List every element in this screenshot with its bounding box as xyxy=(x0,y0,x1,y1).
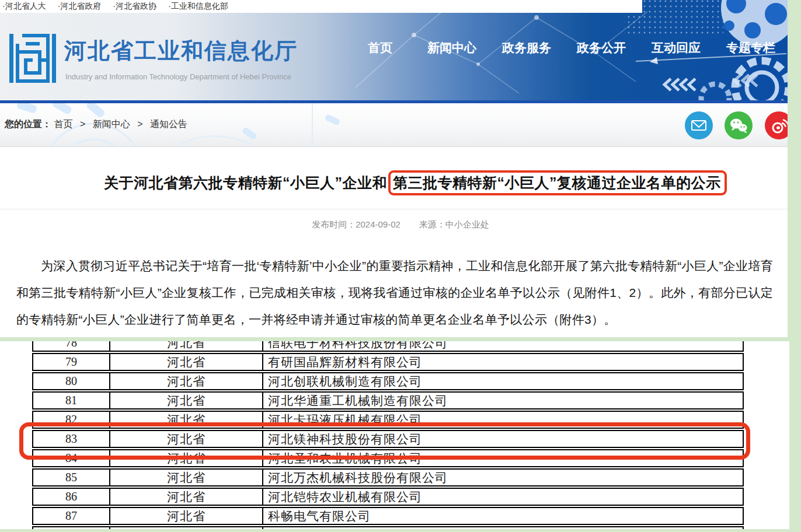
wechat-share-button[interactable] xyxy=(725,111,753,139)
breadcrumb-separator: > xyxy=(80,119,85,129)
region-cell: 河北省 xyxy=(109,470,262,485)
table-row-87: 87 河北省 科畅电气有限公司 xyxy=(32,508,744,527)
table-row-partial xyxy=(32,527,744,529)
mail-share-button[interactable] xyxy=(685,111,713,139)
weibo-icon xyxy=(770,117,788,134)
nav-item-news[interactable]: 新闻中心 xyxy=(427,40,476,56)
row-number-cell xyxy=(32,527,109,529)
nav-item-topics[interactable]: 专题专栏 xyxy=(726,40,775,56)
site-subtitle: Industry and Information Technology Depa… xyxy=(65,72,291,81)
company-cell: 科畅电气有限公司 xyxy=(262,508,744,524)
table-row-85: 85 河北省 河北万杰机械科技股份有限公司 xyxy=(32,470,744,489)
row-number-cell: 81 xyxy=(32,393,109,408)
table-row-80: 80 河北省 河北创联机械制造有限公司 xyxy=(32,373,744,393)
region-cell xyxy=(109,527,262,529)
row-number-cell: 80 xyxy=(32,373,109,389)
row-number-cell: 85 xyxy=(32,470,109,485)
nav-item-interaction[interactable]: 互动回应 xyxy=(652,40,701,56)
title-divider xyxy=(0,209,788,209)
region-cell: 河北省 xyxy=(109,508,262,524)
main-content-panel: 河北省工业和信息化厅 Industry and Information Tech… xyxy=(0,0,788,337)
top-links-bar: ·河北省人大 ·河北省政府 ·河北省政协 ·工业和信息化部 xyxy=(0,0,642,13)
breadcrumb-news-center[interactable]: 新闻中心 xyxy=(93,119,130,129)
hebei-miit-logo-icon xyxy=(9,29,56,88)
region-cell: 河北省 xyxy=(109,373,262,389)
company-table-panel: 78 河北省 信联电子材料科技股份有限公司 79 河北省 有研国晶辉新材料有限公… xyxy=(0,341,789,529)
site-title: 河北省工业和信息化厅 xyxy=(64,36,298,66)
row-number-cell: 79 xyxy=(32,354,109,370)
top-link-zhengfu[interactable]: ·河北省政府 xyxy=(58,1,102,12)
table-row-79: 79 河北省 有研国晶辉新材料有限公司 xyxy=(32,354,744,373)
row-number-cell: 78 xyxy=(32,341,109,351)
company-cell: 河北铠特农业机械有限公司 xyxy=(262,489,744,505)
header-banner: 河北省工业和信息化厅 Industry and Information Tech… xyxy=(0,0,788,100)
region-cell: 河北省 xyxy=(109,354,262,370)
region-cell: 河北省 xyxy=(109,341,262,351)
source-value: 中小企业处 xyxy=(445,219,489,229)
row-number-cell: 87 xyxy=(32,508,109,524)
breadcrumb-bar: 您的位置： 首页 > 新闻中心 > 通知公告 xyxy=(0,103,788,147)
company-cell: 河北创联机械制造有限公司 xyxy=(262,373,744,389)
company-cell: 有研国晶辉新材料有限公司 xyxy=(262,354,744,370)
table-row-81: 81 河北省 河北华通重工机械制造有限公司 xyxy=(32,393,744,412)
company-cell: 河北万杰机械科技股份有限公司 xyxy=(262,470,744,485)
company-cell: 信联电子材料科技股份有限公司 xyxy=(262,341,744,351)
region-cell: 河北省 xyxy=(109,393,262,408)
article-paragraph: 为深入贯彻习近平总书记关于“培育一批‘专精特新’中小企业”的重要指示精神，工业和… xyxy=(16,253,773,333)
wechat-icon xyxy=(729,117,748,134)
breadcrumb-label: 您的位置： xyxy=(5,119,51,129)
main-nav: 首页 新闻中心 政务服务 政务公开 互动回应 专题专栏 xyxy=(368,40,775,56)
breadcrumb-separator: > xyxy=(137,119,142,129)
breadcrumb-home[interactable]: 首页 xyxy=(54,119,72,129)
breadcrumb: 您的位置： 首页 > 新闻中心 > 通知公告 xyxy=(5,118,187,131)
row-number-cell: 86 xyxy=(32,489,109,505)
nav-item-home[interactable]: 首页 xyxy=(368,40,392,56)
top-link-zhengxie[interactable]: ·河北省政协 xyxy=(113,1,156,12)
title-highlight-box: 第三批专精特新“小巨人”复核通过企业名单的公示 xyxy=(388,170,727,195)
table-row-78: 78 河北省 信联电子材料科技股份有限公司 xyxy=(32,341,744,354)
nav-item-disclosure[interactable]: 政务公开 xyxy=(577,40,626,56)
publish-date: 2024-09-02 xyxy=(356,219,401,229)
source-label: 来源： xyxy=(419,219,445,229)
nav-item-services[interactable]: 政务服务 xyxy=(502,40,551,56)
top-link-miit[interactable]: ·工业和信息化部 xyxy=(168,1,228,12)
row-83-highlight-box xyxy=(19,422,750,460)
company-cell: 河北华通重工机械制造有限公司 xyxy=(262,393,744,408)
mail-icon xyxy=(691,118,707,132)
top-link-renda[interactable]: ·河北省人大 xyxy=(2,1,46,12)
article-title: 关于河北省第六批专精特新“小巨人”企业和第三批专精特新“小巨人”复核通过企业名单… xyxy=(104,173,727,192)
company-cell xyxy=(262,527,744,529)
article-meta: 发布时间：2024-09-02来源：中小企业处 xyxy=(0,219,788,230)
breadcrumb-notices[interactable]: 通知公告 xyxy=(150,119,187,129)
region-cell: 河北省 xyxy=(109,489,262,505)
table-row-86: 86 河北省 河北铠特农业机械有限公司 xyxy=(32,489,744,508)
publish-time-label: 发布时间： xyxy=(312,219,356,229)
article-title-prefix: 关于河北省第六批专精特新“小巨人”企业和 xyxy=(104,174,387,191)
